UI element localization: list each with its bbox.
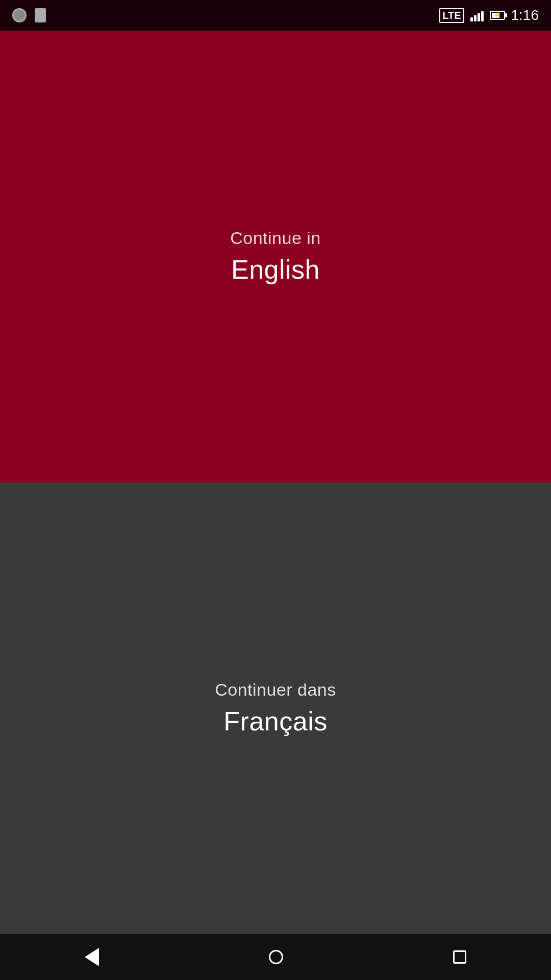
english-language-name: English <box>231 254 320 285</box>
status-bar: LTE ⚡ 1:16 <box>0 0 551 31</box>
status-bar-left-icons <box>12 8 46 22</box>
signal-bar-2 <box>474 15 477 21</box>
signal-bar-1 <box>470 17 473 21</box>
home-icon <box>269 950 283 964</box>
recents-icon <box>453 950 466 964</box>
english-language-button[interactable]: Continue in English <box>0 31 551 482</box>
signal-bar-4 <box>481 11 484 21</box>
record-icon <box>12 8 27 22</box>
signal-strength-icon <box>470 9 484 21</box>
french-continue-label: Continuer dans <box>215 680 336 700</box>
charging-bolt: ⚡ <box>493 12 501 19</box>
french-language-button[interactable]: Continuer dans Français <box>0 482 551 934</box>
back-button[interactable] <box>77 940 107 974</box>
home-button[interactable] <box>261 942 291 972</box>
battery-icon: ⚡ <box>490 11 505 20</box>
status-bar-right-icons: LTE ⚡ 1:16 <box>439 7 539 23</box>
english-continue-label: Continue in <box>230 228 321 248</box>
status-time: 1:16 <box>511 7 539 23</box>
back-icon <box>85 948 99 966</box>
french-language-name: Français <box>223 706 327 737</box>
main-content: Continue in English Continuer dans Franç… <box>0 31 551 934</box>
lte-icon: LTE <box>439 8 464 23</box>
sd-card-icon <box>35 8 46 22</box>
recents-button[interactable] <box>445 942 474 972</box>
navigation-bar <box>0 934 551 980</box>
signal-bar-3 <box>478 13 480 21</box>
